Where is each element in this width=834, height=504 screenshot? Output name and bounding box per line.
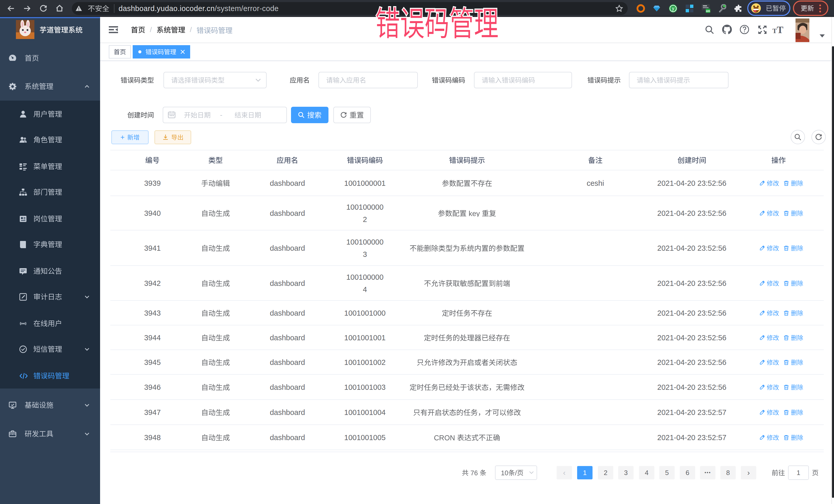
svg-text:y: y [672,6,674,11]
svg-text:on: on [706,9,710,13]
